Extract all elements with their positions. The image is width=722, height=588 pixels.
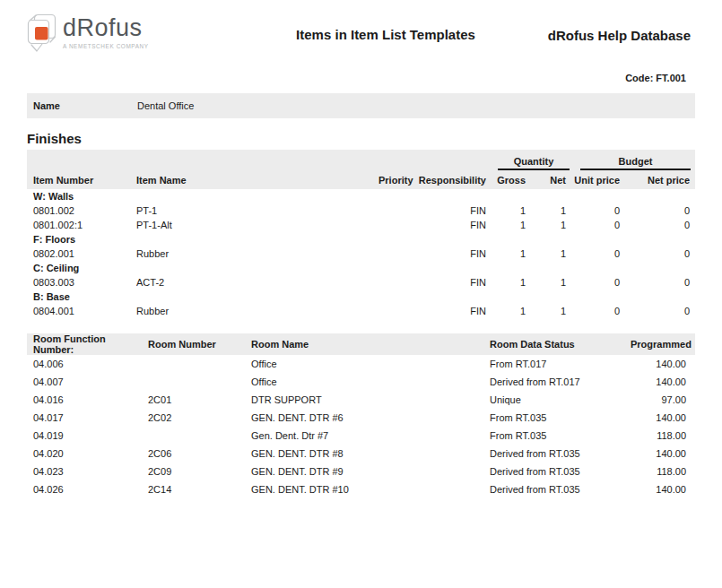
room-cell-fn: 04.026 [27, 480, 148, 498]
finish-cell-unit: 0 [571, 246, 625, 261]
template-code: Code: FT.001 [625, 73, 686, 83]
finish-cell-pri [378, 304, 414, 318]
finish-cell-gross: 1 [490, 275, 531, 290]
finish-cell-net: 1 [531, 246, 571, 261]
group-header-spacer [27, 150, 490, 170]
finish-cell-name: PT-1 [136, 203, 378, 218]
finish-cell-resp: FIN [414, 246, 490, 261]
col-header-item-number: Item Number [27, 170, 136, 189]
room-row: 04.0232C09GEN. DENT. DTR #9Derived from … [27, 463, 695, 480]
finish-cell-net: 1 [531, 218, 571, 232]
finish-cell-netp: 0 [625, 203, 695, 218]
room-cell-stat: Derived from RT.035 [490, 463, 631, 480]
room-row: 04.0162C01DTR SUPPORTUnique97.00 [27, 391, 695, 409]
finish-cell-num: 0801.002 [27, 203, 136, 218]
room-cell-no: 2C09 [148, 463, 251, 480]
finish-cell-unit: 0 [571, 218, 625, 232]
room-table: Room Function Number: Room Number Room N… [27, 333, 695, 498]
finish-cell-gross: 1 [490, 218, 531, 232]
room-cell-fn: 04.020 [27, 445, 148, 463]
room-row: 04.006OfficeFrom RT.017140.00 [27, 355, 695, 373]
room-cell-no: 2C14 [148, 480, 251, 498]
room-cell-stat: From RT.035 [490, 409, 631, 427]
finish-cell-name: ACT-2 [136, 275, 378, 290]
room-cell-prog: 118.00 [631, 427, 695, 445]
name-row: Name Dental Office [27, 93, 695, 118]
room-cell-name: GEN. DENT. DTR #10 [251, 480, 490, 498]
room-cell-prog: 140.00 [631, 373, 695, 391]
section-title-finishes: Finishes [27, 131, 82, 146]
room-cell-no: 2C01 [148, 391, 251, 409]
room-cell-no [148, 355, 251, 373]
finish-cell-name: Rubber [136, 304, 378, 318]
room-cell-stat: From RT.017 [490, 355, 631, 373]
finish-group-label: F: Floors [27, 232, 695, 246]
room-cell-prog: 140.00 [631, 355, 695, 373]
room-cell-name: Office [251, 355, 490, 373]
finish-item-row: 0803.003ACT-2FIN1100 [27, 275, 695, 290]
finish-item-row: 0801.002PT-1FIN1100 [27, 203, 695, 218]
room-row: 04.0202C06GEN. DENT. DTR #8Derived from … [27, 445, 695, 463]
finish-group-label: B: Base [27, 290, 695, 304]
room-cell-fn: 04.023 [27, 463, 148, 480]
room-table-header: Room Function Number: Room Number Room N… [27, 333, 695, 355]
room-cell-name: GEN. DENT. DTR #8 [251, 445, 490, 463]
room-cell-fn: 04.017 [27, 409, 148, 427]
finish-cell-netp: 0 [625, 304, 695, 318]
col-header-gross: Gross [490, 170, 531, 189]
room-cell-prog: 140.00 [631, 445, 695, 463]
finish-cell-gross: 1 [490, 203, 531, 218]
finish-cell-unit: 0 [571, 275, 625, 290]
finish-cell-pri [378, 218, 414, 232]
room-table-body: 04.006OfficeFrom RT.017140.0004.007Offic… [27, 355, 695, 498]
col-header-item-name: Item Name [136, 170, 378, 189]
room-cell-prog: 97.00 [631, 391, 695, 409]
room-cell-stat: Derived from RT.017 [490, 373, 631, 391]
finish-cell-resp: FIN [414, 275, 490, 290]
finish-group-row: C: Ceiling [27, 261, 695, 275]
finish-cell-resp: FIN [414, 203, 490, 218]
name-label: Name [27, 100, 137, 111]
room-cell-name: Gen. Dent. Dtr #7 [251, 427, 490, 445]
col-header-room-name: Room Name [251, 333, 490, 355]
room-row: 04.019Gen. Dent. Dtr #7From RT.035118.00 [27, 427, 695, 445]
col-header-programmed: Programmed [631, 333, 695, 355]
room-cell-stat: Unique [490, 391, 631, 409]
room-row: 04.0172C02GEN. DENT. DTR #6From RT.03514… [27, 409, 695, 427]
finish-cell-num: 0801.002:1 [27, 218, 136, 232]
quantity-group-header-cell: Quantity [490, 150, 571, 170]
room-cell-name: GEN. DENT. DTR #6 [251, 409, 490, 427]
finishes-table: Quantity Budget Item Number Item Name Pr… [27, 150, 695, 318]
finish-item-row: 0804.001RubberFIN1100 [27, 304, 695, 318]
finish-group-row: F: Floors [27, 232, 695, 246]
finish-cell-gross: 1 [490, 246, 531, 261]
room-cell-fn: 04.007 [27, 373, 148, 391]
brand-tagline: A NEMETSCHEK COMPANY [63, 43, 149, 49]
col-header-responsibility: Responsibility [414, 170, 490, 189]
column-header-row: Item Number Item Name Priority Responsib… [27, 170, 695, 189]
col-header-unit-price: Unit price [571, 170, 625, 189]
room-cell-stat: Derived from RT.035 [490, 445, 631, 463]
col-header-room-number: Room Number [148, 333, 251, 355]
room-cell-prog: 118.00 [631, 463, 695, 480]
room-cell-prog: 140.00 [631, 480, 695, 498]
room-cell-no [148, 373, 251, 391]
room-cell-no: 2C06 [148, 445, 251, 463]
finish-item-row: 0802.001RubberFIN1100 [27, 246, 695, 261]
finish-cell-unit: 0 [571, 203, 625, 218]
finish-cell-net: 1 [531, 275, 571, 290]
col-header-priority: Priority [378, 170, 414, 189]
finish-cell-num: 0804.001 [27, 304, 136, 318]
finish-cell-resp: FIN [414, 304, 490, 318]
database-name: dRofus Help Database [548, 28, 691, 43]
room-cell-fn: 04.006 [27, 355, 148, 373]
finish-cell-pri [378, 246, 414, 261]
finish-cell-netp: 0 [625, 246, 695, 261]
finish-cell-gross: 1 [490, 304, 531, 318]
finish-group-label: W: Walls [27, 189, 695, 203]
finish-cell-num: 0802.001 [27, 246, 136, 261]
name-value: Dental Office [137, 100, 194, 111]
finishes-table-body: W: Walls0801.002PT-1FIN11000801.002:1PT-… [27, 189, 695, 318]
group-header-row: Quantity Budget [27, 150, 695, 170]
finish-cell-name: PT-1-Alt [136, 218, 378, 232]
